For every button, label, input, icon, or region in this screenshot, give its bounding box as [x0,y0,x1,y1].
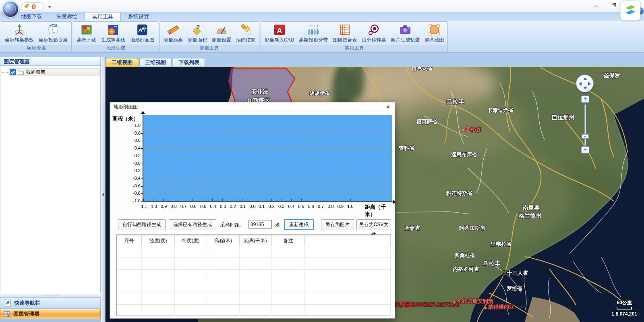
zoom-out-button[interactable]: − [581,146,589,154]
y-tick-mark [141,156,143,156]
map-region-label: 圣菲省 [404,224,420,232]
pan-right-arrow-icon[interactable] [588,82,591,86]
pan-up-arrow-icon[interactable] [583,77,587,80]
table-cell [207,246,240,258]
table-header-cell: 经度(度) [142,235,175,246]
save-image-button[interactable]: 另存为图片 [321,219,354,230]
projection-icon [47,23,60,36]
select-path-button[interactable]: 选择已有路径生成 [169,219,216,230]
table-cell [305,293,391,304]
table-cell [207,281,240,293]
map-region-label: 罗恰省 [507,285,522,292]
ribbon-button[interactable]: 测量距离 [161,23,185,44]
panel-map-splitter[interactable] [101,57,106,322]
regenerate-button[interactable]: 重新生成 [284,219,314,230]
x-axis-label: 距离（千米） [365,204,396,218]
gridline [143,133,392,134]
x-tick-mark [183,199,183,201]
x-tick-mark [153,199,153,201]
qat-more-button[interactable] [47,4,52,9]
sample-spacing-input[interactable] [248,220,272,229]
table-cell [142,305,175,316]
ribbon-button[interactable]: 高斯投影分带 [296,23,330,44]
tag-icon[interactable] [24,4,29,9]
screenshot-icon [428,23,441,36]
layer-tree: 我的图层 [0,66,101,293]
view-tab[interactable]: 三维视图 [139,58,172,66]
view-tab[interactable]: 二维视图 [106,58,138,66]
layer-manager-bar[interactable]: 图层管理器 [0,309,101,319]
app-menu-button[interactable] [2,1,19,18]
map-region-label: 内格罗河省 [453,266,479,273]
y-tick-mark [141,133,143,134]
ribbon-tab[interactable]: 实用工具 [85,12,121,21]
y-tick-label: 0.8 [123,131,141,135]
save-csv-button[interactable]: 另存为CSV文件 [356,219,391,230]
x-tick-mark [212,199,213,201]
map-region-label: 科连特斯省 [446,190,472,197]
plot-area [143,115,392,202]
ribbon-button[interactable]: 照片生成轨迹 [388,23,422,44]
map-region-label: 博克龙省 [412,66,433,72]
quick-nav-bar[interactable]: 快速导航栏 [0,297,101,309]
x-tick-mark [262,199,262,201]
table-row [117,293,391,305]
table-cell [175,281,207,293]
tree-item-my-layers[interactable]: 我的图层 [8,68,99,76]
gridline [143,164,392,164]
collapse-arrow-icon[interactable] [102,193,104,197]
folder-icon [17,69,24,75]
table-header-cell: 序号 [117,235,142,246]
x-tick-mark [173,199,173,201]
x-tick-mark [331,199,331,201]
zoom-slider-track[interactable] [584,104,586,145]
x-tick-mark [222,199,223,201]
table-header-cell: 纬度(度) [175,235,207,246]
panel-splitter[interactable]: ········· [0,293,101,297]
draw-path-button[interactable]: 自行勾画路径生成 [118,219,166,230]
ribbon-button[interactable]: ?测量面积 [185,23,209,44]
ribbon-button-label: 照片生成轨迹 [391,37,420,44]
table-cell [175,270,207,281]
ribbon-button[interactable]: A影像导入CAD [262,23,296,44]
view-tab[interactable]: 下载列表 [173,58,205,66]
restore-button[interactable] [608,2,619,10]
ribbon-button[interactable]: 度分秒转换 [359,23,388,44]
ribbon-button[interactable]: 坐标转换参数 [2,23,36,44]
table-cell [207,305,240,316]
y-tick-label: -0.4 [123,176,141,181]
minimize-button[interactable] [590,2,602,10]
ribbon-button[interactable]: 坐标投影变换 [36,23,70,44]
table-cell [117,293,142,304]
minimize-icon [594,3,598,9]
table-cell [305,270,391,281]
terrain-profile-dialog: 地形剖面图 ✕ 高程（米） 距离（千米） 1.00.80.60.40.2-0.0… [110,102,395,319]
ribbon-tab[interactable]: 系统设置 [121,12,156,21]
layer-panel-header: 图层管理器 [0,57,101,66]
x-tick-mark [311,199,311,201]
ribbon-tab[interactable]: 矢量标绘 [49,12,85,21]
ribbon-button[interactable]: 图幅接合表 [330,23,359,44]
ribbon-button-label: 高斯投影分带 [299,37,328,44]
ribbon-button[interactable]: 测量设置 [209,23,234,44]
table-cell [117,281,142,293]
ribbon-tab[interactable]: 地图下载 [14,12,49,21]
ribbon-button[interactable]: 清除结果 [234,23,258,44]
ribbon-button[interactable]: 高程下载 [75,23,99,44]
ribbon-button[interactable]: 生成等高线 [99,23,128,44]
pan-left-arrow-icon[interactable] [579,82,582,86]
ribbon-button[interactable]: 地形剖面图 [128,23,157,44]
checkbox-checked-icon[interactable] [10,69,16,75]
x-tick-mark [282,199,282,201]
ribbon-group-label: 实用工具 [261,45,447,52]
zoom-in-button[interactable]: + [581,96,589,103]
pan-down-arrow-icon[interactable] [583,87,587,89]
gridline [143,179,392,179]
ribbon-button[interactable]: 屏幕截图 [422,23,446,44]
map-pan-control[interactable] [576,75,594,92]
zoom-slider-handle[interactable]: – [582,134,589,139]
home-icon[interactable] [31,4,37,9]
map-region-label: 安托法 [251,88,268,96]
dialog-close-button[interactable]: ✕ [384,104,392,111]
table-cell [240,246,272,258]
